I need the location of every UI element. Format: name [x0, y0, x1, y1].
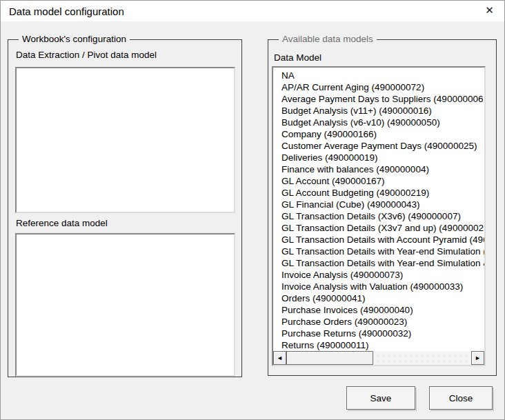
list-item[interactable]: Budget Analysis (v11+) (490000016)	[281, 105, 484, 117]
list-item[interactable]: Company (490000166)	[281, 128, 484, 140]
list-item[interactable]: GL Transaction Details (X3v6) (490000007…	[281, 210, 484, 222]
list-item[interactable]: Purchase Orders (490000023)	[281, 316, 484, 328]
list-item[interactable]: GL Account (490000167)	[281, 175, 484, 187]
list-item[interactable]: Purchase Invoices (490000040)	[281, 304, 484, 316]
close-button[interactable]: ✕	[474, 0, 505, 21]
available-data-models-listbox[interactable]: NAAP/AR Current Aging (490000072)Average…	[272, 66, 486, 366]
list-item[interactable]: GL Transaction Details with Year-end Sim…	[281, 257, 484, 269]
list-item[interactable]: GL Transaction Details (X3v7 and up) (49…	[281, 222, 484, 234]
scroll-left-button[interactable]: ◄	[273, 351, 286, 365]
data-extraction-label: Data Extraction / Pivot data model	[16, 50, 157, 60]
data-model-label: Data Model	[274, 52, 321, 63]
close-dialog-button[interactable]: Close	[429, 386, 493, 410]
close-icon: ✕	[485, 4, 494, 17]
reference-data-model-label: Reference data model	[16, 218, 108, 228]
list-item[interactable]: Invoice Analysis with Valuation (4900000…	[281, 281, 484, 292]
data-model-configuration-dialog: Data model configuration ✕ Workbook's co…	[0, 0, 505, 420]
list-item[interactable]: Finance with balances (490000004)	[281, 163, 484, 175]
list-item[interactable]: NA	[281, 70, 484, 81]
horizontal-scrollbar[interactable]: ◄ ►	[273, 351, 484, 365]
list-item[interactable]: Purchase Returns (490000032)	[281, 328, 484, 339]
title-bar: Data model configuration	[1, 1, 504, 21]
list-item[interactable]: Average Payment Days to Suppliers (49000…	[281, 93, 484, 105]
list-item[interactable]: GL Transaction Details with Year-end Sim…	[281, 246, 484, 257]
list-item[interactable]: Invoice Analysis (490000073)	[281, 269, 484, 281]
data-model-list: NAAP/AR Current Aging (490000072)Average…	[273, 68, 484, 351]
list-item[interactable]: Orders (490000041)	[281, 292, 484, 304]
list-item[interactable]: Budget Analysis (v6-v10) (490000050)	[281, 117, 484, 128]
list-item[interactable]: GL Transaction Details with Account Pyra…	[281, 234, 484, 246]
data-extraction-listbox[interactable]	[15, 67, 235, 213]
reference-data-model-listbox[interactable]	[15, 233, 235, 377]
workbook-configuration-caption: Workbook's configuration	[19, 34, 130, 44]
scrollbar-thumb[interactable]	[286, 351, 373, 365]
scroll-right-arrow-icon: ►	[475, 355, 481, 361]
scroll-right-button[interactable]: ►	[471, 351, 484, 365]
save-button[interactable]: Save	[346, 386, 415, 410]
list-item[interactable]: GL Financial (Cube) (490000043)	[281, 199, 484, 210]
scroll-left-arrow-icon: ◄	[277, 355, 283, 361]
available-data-models-group: Available data models Data Model NAAP/AR…	[268, 39, 497, 376]
window-title: Data model configuration	[9, 6, 124, 17]
list-item[interactable]: Returns (490000011)	[281, 339, 484, 351]
workbook-configuration-group: Workbook's configuration Data Extraction…	[8, 39, 242, 377]
list-item[interactable]: GL Account Budgeting (490000219)	[281, 187, 484, 199]
scrollbar-track[interactable]	[373, 351, 471, 365]
list-item[interactable]: Customer Average Payment Days (490000025…	[281, 140, 484, 152]
available-data-models-caption: Available data models	[279, 34, 377, 44]
list-item[interactable]: Deliveries (490000019)	[281, 152, 484, 163]
list-item[interactable]: AP/AR Current Aging (490000072)	[281, 81, 484, 93]
